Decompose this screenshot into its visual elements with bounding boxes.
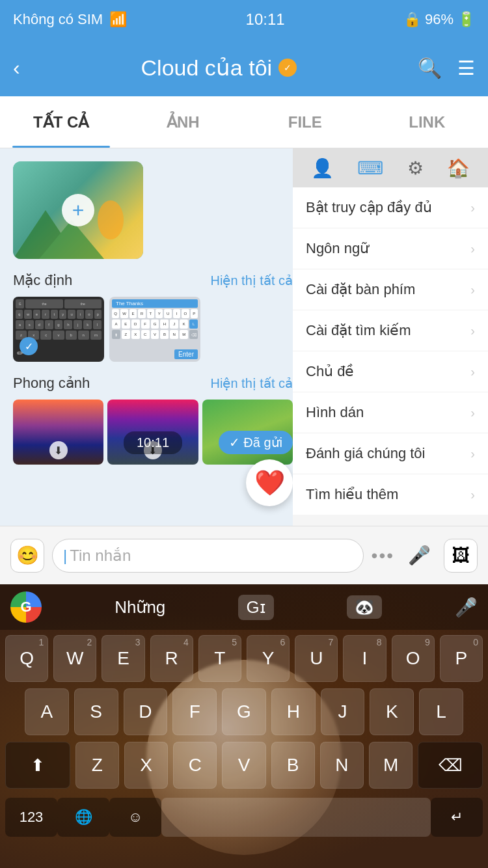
menu-item-2[interactable]: Cài đặt bàn phím › <box>293 269 488 310</box>
menu-item-6[interactable]: Đánh giá chúng tôi › <box>293 433 488 474</box>
chevron-0: › <box>470 200 475 215</box>
landscape-thumb-1[interactable]: ⬇ <box>13 400 103 465</box>
keyboard-toolbar: G Những Gɪ 🐼 🎤 <box>0 584 488 630</box>
status-left: Không có SIM 📶 <box>13 11 127 28</box>
key-y[interactable]: 6Y <box>247 635 290 682</box>
globe-icon: 🌐 <box>75 809 92 826</box>
key-row-3: ⬆ Z X C V B N M ⌫ <box>5 742 483 789</box>
nav-bar: ‹ Cloud của tôi ✓ 🔍 ☰ <box>0 39 488 96</box>
landscape-section-row: Phong cảnh Hiện thị tất cả <box>13 375 293 392</box>
chevron-6: › <box>470 446 475 461</box>
key-l[interactable]: L <box>419 688 463 735</box>
key-v[interactable]: V <box>222 742 265 789</box>
key-k[interactable]: K <box>370 688 414 735</box>
key-m[interactable]: M <box>369 742 413 789</box>
menu-item-4[interactable]: Chủ đề › <box>293 351 488 392</box>
globe-button[interactable]: 🌐 <box>57 798 109 837</box>
key-p[interactable]: 0P <box>440 635 483 682</box>
sent-indicator: ✓ Đã gửi <box>219 431 293 454</box>
key-f[interactable]: F <box>172 688 217 735</box>
battery-percent: 96% <box>425 11 454 28</box>
key-n[interactable]: N <box>320 742 364 789</box>
chevron-7: › <box>470 487 475 502</box>
key-c[interactable]: C <box>173 742 217 789</box>
emoji-key-icon: ☺ <box>128 809 142 826</box>
shift-key[interactable]: ⬆ <box>5 742 70 789</box>
main-content: + Mặc định Hiện thị tất cả G the the qwe… <box>0 148 488 526</box>
keyboard-thumbs: G the the qwe rty uiop asd fgh jkl zxc v… <box>13 297 293 362</box>
menu-icon[interactable]: ☰ <box>457 57 475 79</box>
carrier-label: Không có SIM <box>13 11 103 28</box>
menu-label-0: Bật truy cập đầy đủ <box>306 199 432 216</box>
heart-button[interactable]: ❤️ <box>246 459 293 506</box>
tab-link[interactable]: LINK <box>366 96 489 148</box>
key-q[interactable]: 1Q <box>5 635 48 682</box>
search-icon[interactable]: 🔍 <box>418 57 442 79</box>
tab-all[interactable]: TẤT CẢ <box>0 96 122 148</box>
key-b[interactable]: B <box>271 742 315 789</box>
time-bubble: 10:11 <box>124 431 182 454</box>
menu-item-7[interactable]: Tìm hiểu thêm › <box>293 474 488 515</box>
default-section-link[interactable]: Hiện thị tất cả <box>211 273 293 288</box>
message-placeholder: Tin nhắn <box>70 547 131 565</box>
landscape-section-label: Phong cảnh <box>13 375 90 392</box>
key-r[interactable]: 4R <box>150 635 193 682</box>
add-plus-button[interactable]: + <box>62 194 94 226</box>
key-o[interactable]: 9O <box>392 635 435 682</box>
tab-file[interactable]: FILE <box>244 96 366 148</box>
space-key[interactable] <box>161 798 431 837</box>
menu-item-3[interactable]: Cài đặt tìm kiếm › <box>293 310 488 351</box>
key-d[interactable]: D <box>124 688 168 735</box>
key-a[interactable]: A <box>25 688 69 735</box>
key-i[interactable]: 8I <box>343 635 386 682</box>
keyboard-icon[interactable]: ⌨ <box>357 157 383 179</box>
key-z[interactable]: Z <box>75 742 119 789</box>
back-button[interactable]: ‹ <box>13 56 20 80</box>
lock-icon: 🔒 <box>403 11 421 28</box>
keyboard-mic-button[interactable]: 🎤 <box>455 597 478 618</box>
nav-right: 🔍 ☰ <box>418 57 475 79</box>
keys-area: 1Q 2W 3E 4R 5T 6Y 7U 8I 9O 0P A S D F G … <box>0 630 488 789</box>
nav-title-text: Cloud của tôi <box>141 55 273 81</box>
message-input[interactable]: | Tin nhắn <box>52 539 364 573</box>
default-section-label: Mặc định <box>13 272 72 289</box>
add-card[interactable]: + <box>13 161 143 259</box>
cloud-panel: + Mặc định Hiện thị tất cả G the the qwe… <box>0 148 306 526</box>
menu-item-0[interactable]: Bật truy cập đầy đủ › <box>293 187 488 228</box>
tab-bar: TẤT CẢ ẢNH FILE LINK <box>0 96 488 148</box>
key-h[interactable]: H <box>271 688 316 735</box>
emoji-key[interactable]: ☺ <box>109 798 161 837</box>
menu-item-5[interactable]: Hình dán › <box>293 392 488 433</box>
kb-thumb-dark[interactable]: G the the qwe rty uiop asd fgh jkl zxc v… <box>13 297 104 362</box>
key-t[interactable]: 5T <box>198 635 241 682</box>
number-switch-button[interactable]: 123 <box>5 798 57 837</box>
enter-key[interactable]: ↵ <box>431 798 483 837</box>
key-s[interactable]: S <box>74 688 118 735</box>
translate-button[interactable]: Gɪ <box>238 595 273 620</box>
status-time: 10:11 <box>246 10 285 29</box>
landscape-section-link[interactable]: Hiện thị tất cả <box>211 375 293 391</box>
key-e[interactable]: 3E <box>102 635 144 682</box>
tab-photo[interactable]: ẢNH <box>122 96 245 148</box>
key-x[interactable]: X <box>124 742 168 789</box>
badge-check: ✓ <box>284 62 291 73</box>
chevron-5: › <box>470 405 475 420</box>
key-g[interactable]: G <box>222 688 266 735</box>
key-j[interactable]: J <box>321 688 365 735</box>
menu-label-3: Cài đặt tìm kiếm <box>306 322 411 339</box>
delete-key[interactable]: ⌫ <box>418 742 483 789</box>
emoji-sticker-button[interactable]: 🐼 <box>347 595 382 619</box>
download-icon-1[interactable]: ⬇ <box>49 441 68 459</box>
sent-text: ✓ Đã gửi <box>229 435 282 450</box>
dots-button[interactable]: ••• <box>372 545 394 566</box>
kb-thumb-light[interactable]: The Thanks QW ER TY UI OP AE DF GH JK L … <box>109 297 200 362</box>
menu-label-2: Cài đặt bàn phím <box>306 281 415 298</box>
home-icon: 🏠 <box>447 157 470 179</box>
menu-item-1[interactable]: Ngôn ngữ › <box>293 228 488 269</box>
key-w[interactable]: 2W <box>53 635 96 682</box>
mic-button[interactable]: 🎤 <box>402 539 436 573</box>
key-u[interactable]: 7U <box>295 635 338 682</box>
image-button[interactable]: 🖼 <box>444 539 478 573</box>
keyboard-suggestion[interactable]: Những <box>115 597 165 617</box>
emoji-button[interactable]: 😊 <box>10 539 44 573</box>
